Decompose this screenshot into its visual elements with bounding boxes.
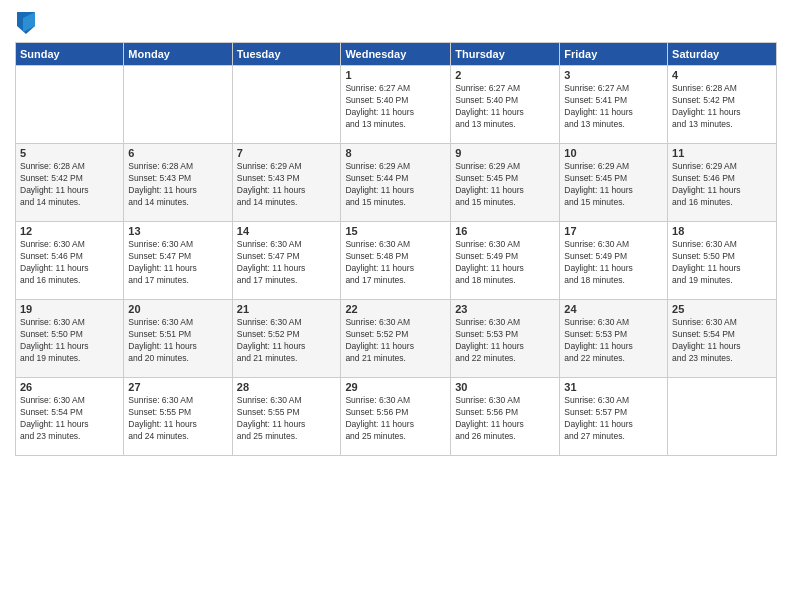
day-info: Sunrise: 6:30 AM Sunset: 5:50 PM Dayligh… [20, 317, 119, 365]
weekday-header: Thursday [451, 43, 560, 66]
day-info: Sunrise: 6:30 AM Sunset: 5:47 PM Dayligh… [237, 239, 337, 287]
day-number: 27 [128, 381, 227, 393]
day-number: 4 [672, 69, 772, 81]
day-info: Sunrise: 6:30 AM Sunset: 5:53 PM Dayligh… [455, 317, 555, 365]
day-number: 12 [20, 225, 119, 237]
calendar-week-row: 19Sunrise: 6:30 AM Sunset: 5:50 PM Dayli… [16, 300, 777, 378]
calendar-cell [16, 66, 124, 144]
day-number: 20 [128, 303, 227, 315]
day-info: Sunrise: 6:28 AM Sunset: 5:42 PM Dayligh… [672, 83, 772, 131]
day-info: Sunrise: 6:30 AM Sunset: 5:50 PM Dayligh… [672, 239, 772, 287]
page: SundayMondayTuesdayWednesdayThursdayFrid… [0, 0, 792, 612]
weekday-header: Tuesday [232, 43, 341, 66]
day-info: Sunrise: 6:30 AM Sunset: 5:57 PM Dayligh… [564, 395, 663, 443]
calendar-cell: 29Sunrise: 6:30 AM Sunset: 5:56 PM Dayli… [341, 378, 451, 456]
calendar-cell: 4Sunrise: 6:28 AM Sunset: 5:42 PM Daylig… [668, 66, 777, 144]
day-number: 8 [345, 147, 446, 159]
calendar-cell: 7Sunrise: 6:29 AM Sunset: 5:43 PM Daylig… [232, 144, 341, 222]
calendar-cell: 23Sunrise: 6:30 AM Sunset: 5:53 PM Dayli… [451, 300, 560, 378]
day-info: Sunrise: 6:30 AM Sunset: 5:46 PM Dayligh… [20, 239, 119, 287]
calendar-cell: 13Sunrise: 6:30 AM Sunset: 5:47 PM Dayli… [124, 222, 232, 300]
day-number: 25 [672, 303, 772, 315]
day-number: 29 [345, 381, 446, 393]
day-info: Sunrise: 6:30 AM Sunset: 5:55 PM Dayligh… [128, 395, 227, 443]
day-info: Sunrise: 6:30 AM Sunset: 5:54 PM Dayligh… [672, 317, 772, 365]
calendar-cell: 10Sunrise: 6:29 AM Sunset: 5:45 PM Dayli… [560, 144, 668, 222]
calendar: SundayMondayTuesdayWednesdayThursdayFrid… [15, 42, 777, 456]
day-number: 16 [455, 225, 555, 237]
calendar-cell: 16Sunrise: 6:30 AM Sunset: 5:49 PM Dayli… [451, 222, 560, 300]
calendar-cell: 5Sunrise: 6:28 AM Sunset: 5:42 PM Daylig… [16, 144, 124, 222]
calendar-cell: 19Sunrise: 6:30 AM Sunset: 5:50 PM Dayli… [16, 300, 124, 378]
day-info: Sunrise: 6:29 AM Sunset: 5:45 PM Dayligh… [455, 161, 555, 209]
calendar-cell: 6Sunrise: 6:28 AM Sunset: 5:43 PM Daylig… [124, 144, 232, 222]
calendar-cell: 28Sunrise: 6:30 AM Sunset: 5:55 PM Dayli… [232, 378, 341, 456]
calendar-cell: 20Sunrise: 6:30 AM Sunset: 5:51 PM Dayli… [124, 300, 232, 378]
day-info: Sunrise: 6:30 AM Sunset: 5:55 PM Dayligh… [237, 395, 337, 443]
day-info: Sunrise: 6:30 AM Sunset: 5:47 PM Dayligh… [128, 239, 227, 287]
calendar-cell: 26Sunrise: 6:30 AM Sunset: 5:54 PM Dayli… [16, 378, 124, 456]
calendar-cell: 11Sunrise: 6:29 AM Sunset: 5:46 PM Dayli… [668, 144, 777, 222]
day-number: 3 [564, 69, 663, 81]
weekday-header: Monday [124, 43, 232, 66]
calendar-cell: 25Sunrise: 6:30 AM Sunset: 5:54 PM Dayli… [668, 300, 777, 378]
day-info: Sunrise: 6:30 AM Sunset: 5:48 PM Dayligh… [345, 239, 446, 287]
day-number: 5 [20, 147, 119, 159]
day-number: 9 [455, 147, 555, 159]
calendar-cell: 8Sunrise: 6:29 AM Sunset: 5:44 PM Daylig… [341, 144, 451, 222]
day-info: Sunrise: 6:28 AM Sunset: 5:43 PM Dayligh… [128, 161, 227, 209]
day-info: Sunrise: 6:29 AM Sunset: 5:45 PM Dayligh… [564, 161, 663, 209]
header [15, 10, 777, 34]
calendar-week-row: 12Sunrise: 6:30 AM Sunset: 5:46 PM Dayli… [16, 222, 777, 300]
calendar-cell: 30Sunrise: 6:30 AM Sunset: 5:56 PM Dayli… [451, 378, 560, 456]
day-number: 18 [672, 225, 772, 237]
day-info: Sunrise: 6:30 AM Sunset: 5:51 PM Dayligh… [128, 317, 227, 365]
day-info: Sunrise: 6:30 AM Sunset: 5:56 PM Dayligh… [455, 395, 555, 443]
day-info: Sunrise: 6:30 AM Sunset: 5:56 PM Dayligh… [345, 395, 446, 443]
day-info: Sunrise: 6:27 AM Sunset: 5:41 PM Dayligh… [564, 83, 663, 131]
calendar-week-row: 1Sunrise: 6:27 AM Sunset: 5:40 PM Daylig… [16, 66, 777, 144]
day-number: 28 [237, 381, 337, 393]
day-info: Sunrise: 6:30 AM Sunset: 5:52 PM Dayligh… [237, 317, 337, 365]
logo-icon [17, 12, 35, 34]
calendar-week-row: 26Sunrise: 6:30 AM Sunset: 5:54 PM Dayli… [16, 378, 777, 456]
day-number: 24 [564, 303, 663, 315]
day-info: Sunrise: 6:30 AM Sunset: 5:49 PM Dayligh… [455, 239, 555, 287]
calendar-cell: 31Sunrise: 6:30 AM Sunset: 5:57 PM Dayli… [560, 378, 668, 456]
day-number: 10 [564, 147, 663, 159]
day-info: Sunrise: 6:29 AM Sunset: 5:43 PM Dayligh… [237, 161, 337, 209]
day-info: Sunrise: 6:30 AM Sunset: 5:52 PM Dayligh… [345, 317, 446, 365]
day-number: 23 [455, 303, 555, 315]
calendar-cell: 18Sunrise: 6:30 AM Sunset: 5:50 PM Dayli… [668, 222, 777, 300]
calendar-cell [232, 66, 341, 144]
day-number: 14 [237, 225, 337, 237]
day-info: Sunrise: 6:28 AM Sunset: 5:42 PM Dayligh… [20, 161, 119, 209]
day-info: Sunrise: 6:27 AM Sunset: 5:40 PM Dayligh… [345, 83, 446, 131]
calendar-cell: 15Sunrise: 6:30 AM Sunset: 5:48 PM Dayli… [341, 222, 451, 300]
day-number: 2 [455, 69, 555, 81]
calendar-cell: 27Sunrise: 6:30 AM Sunset: 5:55 PM Dayli… [124, 378, 232, 456]
logo [15, 14, 35, 34]
calendar-cell: 21Sunrise: 6:30 AM Sunset: 5:52 PM Dayli… [232, 300, 341, 378]
day-number: 22 [345, 303, 446, 315]
day-info: Sunrise: 6:30 AM Sunset: 5:49 PM Dayligh… [564, 239, 663, 287]
day-number: 30 [455, 381, 555, 393]
day-number: 1 [345, 69, 446, 81]
day-number: 7 [237, 147, 337, 159]
day-number: 6 [128, 147, 227, 159]
day-number: 19 [20, 303, 119, 315]
calendar-cell: 2Sunrise: 6:27 AM Sunset: 5:40 PM Daylig… [451, 66, 560, 144]
day-number: 13 [128, 225, 227, 237]
weekday-header: Saturday [668, 43, 777, 66]
day-info: Sunrise: 6:27 AM Sunset: 5:40 PM Dayligh… [455, 83, 555, 131]
day-info: Sunrise: 6:30 AM Sunset: 5:53 PM Dayligh… [564, 317, 663, 365]
calendar-cell: 14Sunrise: 6:30 AM Sunset: 5:47 PM Dayli… [232, 222, 341, 300]
calendar-header-row: SundayMondayTuesdayWednesdayThursdayFrid… [16, 43, 777, 66]
day-info: Sunrise: 6:29 AM Sunset: 5:44 PM Dayligh… [345, 161, 446, 209]
day-number: 15 [345, 225, 446, 237]
day-number: 31 [564, 381, 663, 393]
calendar-cell: 3Sunrise: 6:27 AM Sunset: 5:41 PM Daylig… [560, 66, 668, 144]
calendar-cell [124, 66, 232, 144]
weekday-header: Sunday [16, 43, 124, 66]
day-number: 17 [564, 225, 663, 237]
